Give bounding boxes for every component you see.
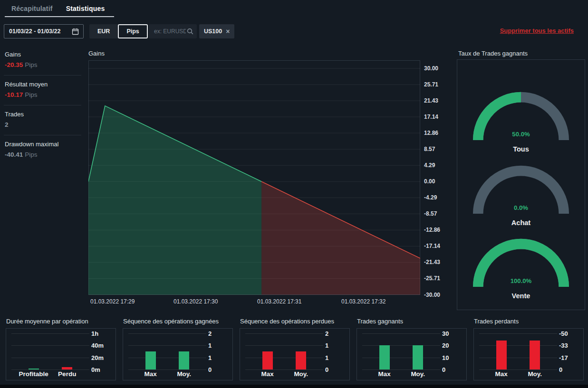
gains-y-tick: 17.14 bbox=[424, 114, 438, 120]
mini-gridline bbox=[128, 333, 206, 334]
tabs-group: Récapitulatif Statistiques bbox=[5, 0, 114, 17]
date-range-value: 01/03/22 - 01/03/22 bbox=[9, 28, 60, 35]
gains-y-tick: -17.14 bbox=[424, 243, 440, 249]
category-label: Max bbox=[261, 370, 274, 378]
mini-chart-box: -50-33-170MaxMoy. bbox=[473, 328, 584, 380]
calendar-icon bbox=[72, 28, 79, 35]
mini-chart-ticks: 1h40m20m0m bbox=[91, 333, 111, 369]
mini-tick-label: -17 bbox=[559, 354, 568, 361]
mini-tick-label: 1 bbox=[208, 354, 212, 361]
mini-chart-plot bbox=[362, 333, 440, 369]
asset-chip-us100[interactable]: US100 × bbox=[199, 24, 234, 38]
mini-chart-categories: MaxMoy. bbox=[128, 370, 206, 378]
remove-all-assets-link[interactable]: Supprimer tous les actifs bbox=[500, 27, 574, 34]
gains-chart-panel: Gains 30.0025.7121.4317.1412.868.574.290… bbox=[88, 50, 445, 309]
mini-gridline bbox=[128, 358, 206, 358]
mini-tick-label: 20m bbox=[91, 354, 104, 361]
mini-chart-title: Trades perdants bbox=[474, 318, 584, 325]
gains-y-tick: -8.57 bbox=[424, 210, 437, 217]
unit-option-pips[interactable]: Pips bbox=[118, 24, 147, 38]
stat-value-row: -20.35Pips bbox=[5, 61, 81, 68]
mini-chart-plot bbox=[479, 333, 557, 369]
mini-gridline bbox=[11, 369, 89, 370]
gauge-label: Vente bbox=[512, 292, 530, 300]
gauge-tous: 50.0%Tous bbox=[467, 87, 575, 154]
unit-option-eur[interactable]: EUR bbox=[89, 24, 118, 38]
mini-gridline bbox=[479, 358, 557, 358]
gains-y-tick: -12.86 bbox=[424, 227, 440, 233]
mini-gridline bbox=[362, 369, 440, 370]
mini-chart-ticks: 2110 bbox=[325, 333, 345, 369]
gains-area-chart[interactable] bbox=[88, 60, 420, 295]
mini-chart-box: 3020100MaxMoy. bbox=[357, 328, 467, 380]
stat-value-row: 2 bbox=[5, 121, 81, 128]
mini-tick-label: -33 bbox=[559, 342, 568, 349]
mini-gridline bbox=[128, 345, 206, 346]
mini-tick-label: 20 bbox=[442, 342, 449, 349]
mini-chart-box: 1h40m20m0mProfitablePerdu bbox=[6, 328, 116, 380]
mini-chart-box: 2110MaxMoy. bbox=[240, 328, 350, 380]
gains-y-tick: 4.29 bbox=[424, 162, 435, 169]
gains-y-tick: 12.86 bbox=[424, 130, 438, 136]
asset-search-box bbox=[149, 24, 197, 38]
summary-stat-3: Drawdown maximal-40.41Pips bbox=[4, 135, 81, 165]
stat-label: Résultat moyen bbox=[5, 81, 81, 88]
tab-statistiques[interactable]: Statistiques bbox=[66, 5, 105, 12]
category-label: Perdu bbox=[58, 370, 76, 378]
stat-label: Trades bbox=[5, 111, 81, 118]
tab-recapitulatif[interactable]: Récapitulatif bbox=[11, 5, 53, 12]
mini-gridline bbox=[245, 369, 323, 370]
stat-label: Gains bbox=[5, 51, 81, 58]
gauge-achat: 0.0%Achat bbox=[467, 161, 575, 228]
mini-chart-ticks: 3020100 bbox=[442, 333, 462, 369]
summary-sidebar: Gains-20.35PipsRésultat moyen-10.17PipsT… bbox=[4, 46, 81, 165]
mini-gridline bbox=[11, 358, 89, 358]
asset-search-input[interactable] bbox=[153, 28, 187, 35]
mini-chart-plot bbox=[11, 333, 89, 369]
mini-gridline bbox=[245, 345, 323, 346]
bar-max bbox=[145, 351, 156, 369]
stat-unit: Pips bbox=[25, 91, 37, 98]
gains-x-tick: 01.03.2022 17:31 bbox=[257, 298, 301, 305]
mini-tick-label: 30 bbox=[442, 330, 449, 337]
mini-chart-categories: MaxMoy. bbox=[362, 370, 440, 378]
gains-y-tick: 21.43 bbox=[424, 97, 438, 104]
category-label: Moy. bbox=[177, 370, 191, 378]
bar-perdu bbox=[62, 367, 72, 369]
bar-max bbox=[262, 351, 273, 369]
gauge-vente: 100.0%Vente bbox=[467, 234, 575, 301]
mini-gridline bbox=[362, 345, 440, 346]
mini-chart-winning_trades: Trades gagnants3020100MaxMoy. bbox=[357, 318, 467, 380]
bar-max bbox=[496, 341, 507, 369]
mini-tick-label: 1h bbox=[91, 330, 98, 337]
mini-chart-categories: ProfitablePerdu bbox=[11, 370, 89, 378]
mini-gridline bbox=[479, 345, 557, 346]
category-label: Moy. bbox=[294, 370, 308, 378]
mini-tick-label: 0 bbox=[559, 366, 562, 373]
gains-x-tick: 01.03.2022 17:30 bbox=[174, 298, 218, 305]
stat-label: Drawdown maximal bbox=[5, 141, 81, 148]
mini-tick-label: 0 bbox=[442, 366, 445, 373]
mini-chart-title: Séquence des opérations gagnées bbox=[123, 318, 233, 325]
mini-chart-avg_duration: Durée moyenne par opération1h40m20m0mPro… bbox=[6, 318, 116, 380]
date-range-input[interactable]: 01/03/22 - 01/03/22 bbox=[4, 24, 84, 38]
category-label: Moy. bbox=[411, 370, 425, 378]
mini-chart-plot bbox=[245, 333, 323, 369]
gains-y-tick: 25.71 bbox=[424, 81, 438, 88]
win-rate-panel: Taux de Trades gagnants 50.0%Tous0.0%Ach… bbox=[457, 50, 585, 310]
mini-tick-label: 0 bbox=[208, 366, 212, 373]
gauge-value: 50.0% bbox=[512, 131, 530, 138]
gains-y-tick: -25.71 bbox=[424, 275, 440, 282]
unit-toggle: EUR Pips bbox=[89, 24, 148, 38]
mini-chart-win_streak: Séquence des opérations gagnées2110MaxMo… bbox=[123, 318, 233, 380]
mini-gridline bbox=[128, 369, 206, 370]
mini-gridline bbox=[11, 333, 89, 334]
gains-y-tick: 30.00 bbox=[424, 65, 438, 72]
gains-chart-svg bbox=[88, 60, 420, 295]
mini-chart-loss_streak: Séquence des opérations perdues2110MaxMo… bbox=[240, 318, 350, 380]
mini-gridline bbox=[479, 333, 557, 334]
gains-y-tick: 8.57 bbox=[424, 146, 435, 152]
remove-chip-icon[interactable]: × bbox=[226, 28, 230, 35]
mini-gridline bbox=[245, 333, 323, 334]
gauge-group: 50.0%Tous0.0%Achat100.0%Vente bbox=[457, 59, 585, 310]
